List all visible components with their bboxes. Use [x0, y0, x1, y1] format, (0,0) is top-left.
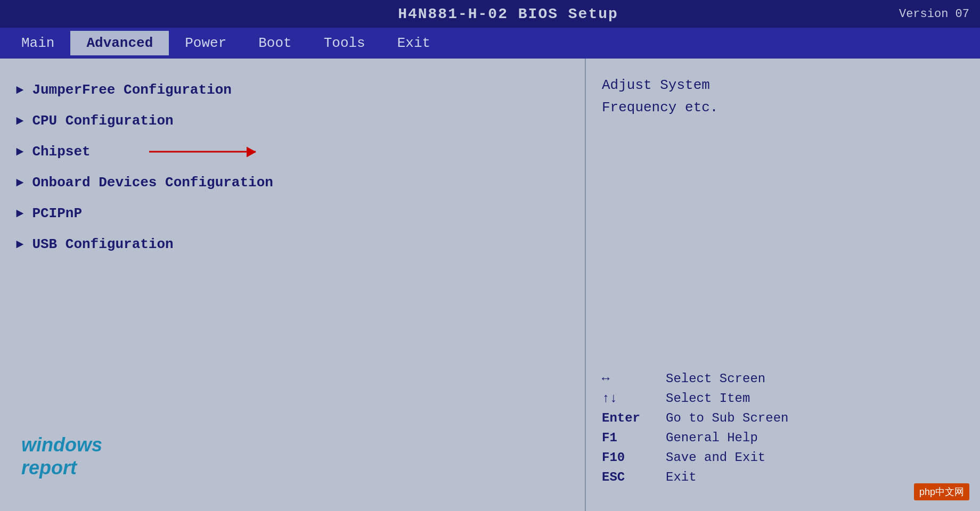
entry-arrow-icon: ► [16, 207, 23, 221]
menu-item-advanced[interactable]: Advanced [70, 31, 169, 55]
title-bar: H4N881-H-02 BIOS Setup Version 07 [0, 0, 980, 28]
left-panel: ► JumperFree Configuration ► CPU Configu… [0, 59, 586, 511]
key-hint-f10: F10 Save and Exit [602, 450, 964, 465]
watermark-windows-report: windows report [21, 433, 102, 479]
entry-cpu[interactable]: ► CPU Configuration [11, 105, 574, 136]
menu-item-main[interactable]: Main [5, 31, 70, 55]
menu-item-exit[interactable]: Exit [381, 31, 446, 55]
bios-title: H4N881-H-02 BIOS Setup [117, 6, 899, 22]
entry-arrow-icon: ► [16, 83, 23, 97]
key-hint-f1: F1 General Help [602, 431, 964, 445]
entry-usb[interactable]: ► USB Configuration [11, 229, 574, 260]
key-hints: ↔ Select Screen ↑↓ Select Item Enter Go … [602, 372, 964, 495]
menu-bar: Main Advanced Power Boot Tools Exit [0, 28, 980, 59]
key-hint-select-screen: ↔ Select Screen [602, 372, 964, 386]
entry-onboard[interactable]: ► Onboard Devices Configuration [11, 167, 574, 198]
entry-arrow-icon: ► [16, 145, 23, 159]
menu-item-tools[interactable]: Tools [308, 31, 381, 55]
menu-item-power[interactable]: Power [169, 31, 242, 55]
menu-item-boot[interactable]: Boot [242, 31, 307, 55]
entry-arrow-icon: ► [16, 237, 23, 252]
key-hint-esc: ESC Exit [602, 470, 964, 484]
right-panel: Adjust System Frequency etc. ↔ Select Sc… [586, 59, 980, 511]
entry-arrow-icon: ► [16, 176, 23, 190]
entry-chipset[interactable]: ► Chipset [11, 136, 574, 167]
entry-pcipnp[interactable]: ► PCIPnP [11, 198, 574, 229]
red-arrow-annotation [149, 151, 256, 153]
key-hint-select-item: ↑↓ Select Item [602, 391, 964, 406]
main-content: ► JumperFree Configuration ► CPU Configu… [0, 59, 980, 511]
entry-jumperfree[interactable]: ► JumperFree Configuration [11, 75, 574, 105]
entry-arrow-icon: ► [16, 114, 23, 128]
watermark-php: php中文网 [914, 483, 969, 500]
help-text: Adjust System Frequency etc. [602, 75, 964, 119]
key-hint-enter: Enter Go to Sub Screen [602, 411, 964, 425]
red-arrow-line [149, 151, 256, 153]
red-arrowhead-icon [247, 146, 256, 157]
bios-version: Version 07 [899, 7, 969, 21]
